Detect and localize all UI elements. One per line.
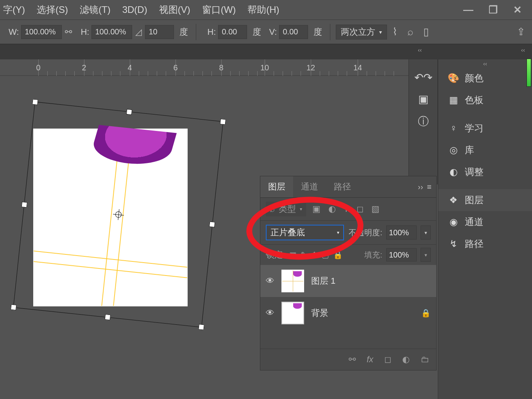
group-icon[interactable]: 🗀 [421,354,429,365]
menu-select[interactable]: 选择(S) [37,4,68,16]
lock-artboard-icon[interactable]: ▢ [322,250,329,259]
expand-icon[interactable]: ›› [418,183,423,191]
lock-icon[interactable]: 🔒 [421,308,431,318]
opacity-chevron[interactable]: ▾ [421,225,431,240]
panel-tab-channels[interactable]: ◉ 通道 [438,211,532,233]
transform-handle[interactable] [32,99,38,105]
opacity-input[interactable] [386,225,417,240]
transform-handle[interactable] [198,324,204,330]
ruler-tick-minor [139,71,139,76]
link-layers-icon[interactable]: ⚯ [349,354,356,365]
layer-name[interactable]: 背景 [311,307,328,319]
tab-paths[interactable]: 路径 [326,176,359,197]
menu-type[interactable]: 字(Y) [3,4,25,16]
link-icon[interactable]: ⚯ [65,27,72,37]
angle-icon: ◿ [135,27,142,37]
skew-h-input[interactable] [218,25,247,39]
layer-mask-icon[interactable]: ◻ [384,354,391,365]
filter-shape-icon[interactable]: ◻ [356,204,364,214]
width-input[interactable] [21,25,62,39]
grid-icon[interactable]: ▯ [418,26,434,38]
transform-handle[interactable] [21,202,27,208]
transform-handle[interactable] [126,109,132,115]
ruler-tick-minor [338,71,338,76]
close-button[interactable]: ✕ [512,4,523,16]
filter-kind-select[interactable]: ⌕ 类型 ▾ [266,202,306,216]
layer-row[interactable]: 👁 背景 🔒 [260,297,436,329]
panel-tab-learn[interactable]: ♀ 学习 [438,117,532,139]
panel-tab-layers[interactable]: ❖ 图层 [438,189,532,211]
palette-icon: 🎨 [448,73,459,84]
transform-handle[interactable] [209,222,215,227]
guide-line[interactable] [34,261,187,278]
menu-bar: 字(Y) 选择(S) 滤镜(T) 3D(D) 视图(V) 窗口(W) 帮助(H)… [0,0,532,20]
panel-menu-icon[interactable]: ≡ [427,183,432,191]
interpolation-select[interactable]: 两次立方 ▾ [336,25,387,39]
menu-window[interactable]: 窗口(W) [202,4,236,16]
ruler-tick-minor [202,71,203,76]
fill-input[interactable] [386,248,417,261]
libraries-icon[interactable]: ▣ [418,93,428,106]
skew-v-input[interactable] [279,25,308,39]
panel-tab-paths[interactable]: ↯ 路径 [438,233,532,255]
filter-smart-icon[interactable]: ▧ [371,204,380,214]
panel-tab-library[interactable]: ◎ 库 [438,139,532,161]
contrast-icon: ◐ [448,166,459,177]
layer-name[interactable]: 图层 1 [311,275,335,287]
warp-icon[interactable]: ⌇ [387,26,403,38]
collapse-chevron-icon[interactable]: ‹‹ [514,44,532,59]
share-icon[interactable]: ⇪ [513,26,529,38]
search-icon[interactable]: ⌕ [403,26,418,38]
blend-mode-select[interactable]: 正片叠底 ▾ [266,225,344,240]
visibility-toggle-icon[interactable]: 👁 [266,276,274,286]
ruler-tick-minor [367,71,367,76]
adjustment-layer-icon[interactable]: ◐ [402,354,410,365]
menu-help[interactable]: 帮助(H) [247,4,279,16]
layer-thumbnail[interactable] [281,270,304,292]
dock-collapse-icon[interactable]: ‹‹ [438,59,532,67]
panel-tab-adjustments[interactable]: ◐ 调整 [438,161,532,183]
ruler-tick-minor [47,71,48,76]
ruler-label: 2 [82,63,86,72]
filter-adjust-icon[interactable]: ◐ [328,204,336,214]
maximize-button[interactable]: ❐ [487,4,498,16]
filter-text-icon[interactable]: T [344,204,349,214]
filter-pixel-icon[interactable]: ▣ [312,204,321,214]
layers-panel-tabs: 图层 通道 路径 ›› ≡ [260,176,436,198]
fill-chevron[interactable]: ▾ [421,248,431,262]
panel-tab-swatches[interactable]: ▦ 色板 [438,89,532,111]
ruler-tick-minor [157,71,157,76]
height-input[interactable] [91,25,132,39]
ruler-tick-minor [102,71,102,76]
lock-position-icon[interactable]: ✥ [311,250,318,259]
collapse-chevron-icon[interactable]: ‹‹ [411,44,429,59]
transform-handle[interactable] [11,304,16,310]
guide-line[interactable] [34,250,187,267]
tab-layers[interactable]: 图层 [260,176,293,197]
transform-handle[interactable] [104,314,110,320]
menu-filter[interactable]: 滤镜(T) [80,4,111,16]
visibility-toggle-icon[interactable]: 👁 [266,308,274,318]
ruler-tick-minor [184,71,185,76]
minimize-button[interactable]: — [463,4,474,16]
lock-row: 锁定: ▩ ✎ ✥ ▢ 🔒 填充: ▾ [260,245,436,265]
lock-all-icon[interactable]: 🔒 [333,250,343,259]
panel-tab-label: 色板 [465,94,484,106]
artboard[interactable] [33,129,188,306]
menu-view[interactable]: 视图(V) [159,4,190,16]
tab-channels[interactable]: 通道 [293,176,326,197]
layer-thumbnail[interactable] [281,302,304,324]
info-icon[interactable]: ⓘ [418,114,429,129]
ruler-tick-minor [301,71,301,76]
grid-icon: ▦ [448,95,459,106]
panel-tab-color[interactable]: 🎨 颜色 [438,67,532,89]
transform-handle[interactable] [220,119,226,125]
paths-icon: ↯ [448,238,459,249]
lock-pixels-icon[interactable]: ▩ [289,250,297,259]
angle-input[interactable] [145,25,174,39]
lock-brush-icon[interactable]: ✎ [301,250,307,259]
menu-3d[interactable]: 3D(D) [122,4,147,15]
layer-fx-icon[interactable]: fx [367,354,373,365]
history-icon[interactable]: ↶↷ [414,71,432,84]
layer-row[interactable]: 👁 图层 1 [260,265,436,297]
